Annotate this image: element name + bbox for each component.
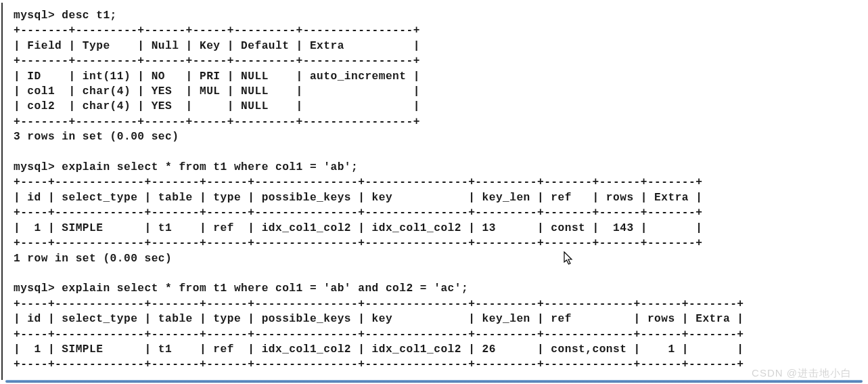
- csdn-watermark: CSDN @进击地小白: [752, 367, 852, 380]
- window-bottom-border: [5, 380, 863, 383]
- mysql-terminal-output: mysql> desc t1; +-------+---------+-----…: [0, 0, 868, 375]
- window-left-border: [1, 3, 3, 380]
